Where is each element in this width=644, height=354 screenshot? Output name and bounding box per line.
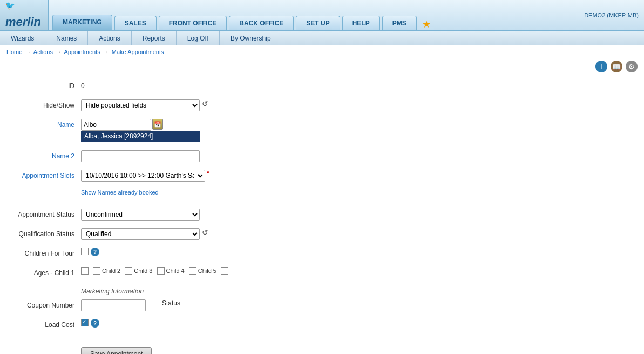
hide-show-row: Hide/Show Hide populated fieldsShow all …	[11, 99, 633, 113]
load-cost-info-icon[interactable]: ?	[91, 319, 99, 328]
coupon-number-label: Coupon Number	[11, 299, 81, 309]
settings-icon-btn[interactable]: ⚙	[626, 61, 638, 72]
favorites-star-icon[interactable]: ★	[422, 18, 431, 30]
child3-checkbox[interactable]	[125, 267, 132, 275]
child4-checkbox[interactable]	[157, 267, 165, 275]
load-cost-row: Load Cost ?	[11, 319, 633, 333]
child3-box: Child 3	[125, 267, 152, 275]
show-names-link[interactable]: Show Names already booked	[81, 189, 159, 196]
appointment-slots-label: Appointment Slots	[11, 170, 81, 179]
show-names-spacer	[11, 189, 81, 191]
breadcrumb-sep1: →	[25, 49, 31, 55]
children-info-icon[interactable]: ?	[91, 248, 99, 256]
ages-child-label: Ages - Child 1	[11, 267, 81, 277]
name-row: Name Alba, Jessica [2892924] 📅	[11, 119, 633, 133]
hide-show-refresh-icon[interactable]: ↺	[202, 99, 208, 108]
name-autocomplete-dropdown[interactable]: Alba, Jessica [2892924]	[81, 131, 200, 142]
subnav-by-ownership[interactable]: By Ownership	[220, 31, 282, 45]
load-cost-label: Load Cost	[11, 319, 81, 329]
nav-tabs: MARKETING SALES FRONT OFFICE BACK OFFICE…	[49, 0, 579, 30]
breadcrumb-actions[interactable]: Actions	[33, 49, 53, 55]
coupon-number-row: Coupon Number Status	[11, 299, 633, 313]
child1-checkbox[interactable]	[81, 267, 89, 275]
name2-input[interactable]	[81, 150, 200, 162]
nav-tab-set-up[interactable]: SET UP	[296, 16, 340, 30]
child5-checkbox[interactable]	[189, 267, 196, 275]
nav-tab-marketing[interactable]: MARKETING	[52, 15, 112, 30]
ages-children-row: Child 2 Child 3 Child 4 Child 5	[81, 267, 228, 275]
subnav-reports[interactable]: Reports	[132, 31, 177, 45]
breadcrumb-home[interactable]: Home	[6, 49, 22, 55]
save-appointment-button[interactable]: Save Appointment	[81, 347, 152, 354]
sub-nav: Wizards Names Actions Reports Log Off By…	[0, 31, 644, 45]
appointment-slots-row: Appointment Slots 10/10/2016 10:00 >> 12…	[11, 170, 633, 184]
subnav-actions[interactable]: Actions	[88, 31, 131, 45]
breadcrumb: Home → Actions → Appointments → Make App…	[0, 45, 644, 58]
subnav-wizards[interactable]: Wizards	[0, 31, 45, 45]
info-icon-btn[interactable]: i	[595, 61, 607, 72]
child5-label: Child 5	[198, 268, 216, 274]
subnav-log-off[interactable]: Log Off	[177, 31, 220, 45]
logo-area: 🐦 merlin	[0, 0, 49, 30]
breadcrumb-sep3: →	[103, 49, 109, 55]
nav-tab-help[interactable]: HELP	[342, 16, 380, 30]
nav-tab-sales[interactable]: SALES	[114, 16, 157, 30]
children-for-tour-checkbox[interactable]	[81, 248, 89, 255]
nav-tab-pms[interactable]: PMS	[382, 16, 417, 30]
name2-row: Name 2	[11, 150, 633, 164]
appointment-status-select[interactable]: UnconfirmedConfirmedCancelled	[81, 209, 200, 221]
id-value: 0	[81, 80, 85, 90]
hide-show-label: Hide/Show	[11, 99, 81, 109]
appointment-slots-select[interactable]: 10/10/2016 10:00 >> 12:00 Garth's Sales …	[81, 170, 205, 182]
marketing-section-header: Marketing Information	[11, 288, 633, 295]
required-asterisk: *	[207, 170, 209, 177]
icons-row: i 📖 ⚙	[0, 58, 644, 75]
breadcrumb-sep2: →	[56, 49, 62, 55]
child2-box: Child 2	[93, 267, 120, 275]
logo-bird-icon: 🐦	[5, 1, 41, 10]
qualification-refresh-icon[interactable]: ↺	[202, 228, 208, 237]
id-row: ID 0	[11, 80, 633, 94]
coupon-number-input[interactable]	[81, 299, 146, 311]
name-label: Name	[11, 119, 81, 129]
name2-label: Name 2	[11, 150, 81, 160]
child2-label: Child 2	[102, 268, 120, 274]
qualification-status-label: Qualification Status	[11, 228, 81, 238]
name-autocomplete-wrapper: Alba, Jessica [2892924]	[81, 119, 151, 131]
logo-text: merlin	[5, 15, 41, 29]
children-for-tour-label: Children For Tour	[11, 248, 81, 257]
id-label: ID	[11, 80, 81, 90]
ages-child-row: Ages - Child 1 Child 2 Child 3 Child 4 C…	[11, 267, 633, 281]
breadcrumb-make-appointments[interactable]: Make Appointments	[112, 49, 164, 55]
nav-tab-back-office[interactable]: BACK OFFICE	[229, 16, 294, 30]
nav-tab-front-office[interactable]: FRONT OFFICE	[159, 16, 227, 30]
child2-checkbox[interactable]	[93, 267, 100, 275]
hide-show-select[interactable]: Hide populated fieldsShow all fieldsShow…	[81, 99, 200, 111]
form-area: ID 0 Hide/Show Hide populated fieldsShow…	[0, 75, 644, 354]
appointment-status-row: Appointment Status UnconfirmedConfirmedC…	[11, 209, 633, 223]
status-label: Status	[162, 299, 180, 307]
subnav-names[interactable]: Names	[45, 31, 88, 45]
top-nav: 🐦 merlin MARKETING SALES FRONT OFFICE BA…	[0, 0, 644, 31]
child4-label: Child 4	[166, 268, 185, 274]
appointment-status-label: Appointment Status	[11, 209, 81, 218]
load-cost-checkbox[interactable]	[81, 319, 89, 326]
name-calendar-icon[interactable]: 📅	[152, 119, 163, 130]
user-name: DEMO2 (MKEP-MB)	[584, 12, 639, 18]
child5-extra-checkbox[interactable]	[221, 267, 228, 275]
breadcrumb-appointments[interactable]: Appointments	[64, 49, 100, 55]
user-info: DEMO2 (MKEP-MB)	[579, 0, 644, 30]
book-icon-btn[interactable]: 📖	[611, 61, 622, 72]
qualification-status-select[interactable]: QualifiedUnqualifiedPending	[81, 228, 200, 240]
qualification-status-row: Qualification Status QualifiedUnqualifie…	[11, 228, 633, 242]
show-names-row: Show Names already booked	[11, 189, 633, 203]
child5-box: Child 5	[189, 267, 216, 275]
name-input[interactable]	[81, 119, 151, 131]
child3-label: Child 3	[134, 268, 152, 274]
child4-box: Child 4	[157, 267, 185, 275]
children-for-tour-row: Children For Tour ?	[11, 248, 633, 262]
